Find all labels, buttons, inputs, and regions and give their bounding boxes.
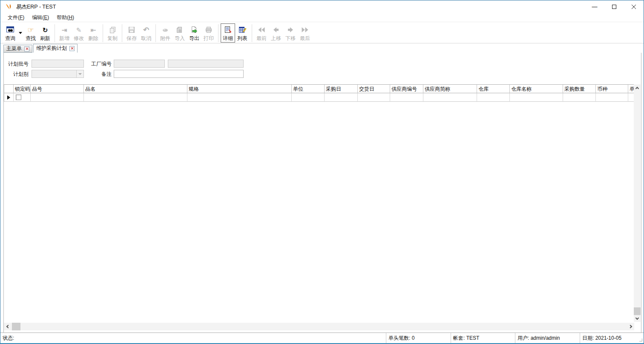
menu-edit[interactable]: 编辑(E) [28, 13, 53, 22]
query-dropdown-button[interactable] [17, 23, 23, 43]
save-button: 保存 [124, 23, 139, 43]
chevron-right-icon [628, 325, 632, 328]
column-header[interactable]: 单位 [292, 85, 325, 93]
chevron-down-icon [78, 73, 82, 75]
column-header[interactable]: 供应商简称 [423, 85, 477, 93]
undo-icon: ↶ [143, 27, 149, 33]
move-first-button: 最前 [254, 23, 269, 43]
grid-cell [325, 93, 358, 102]
column-header[interactable]: 品号 [31, 85, 84, 93]
lock-code-cell [14, 93, 31, 102]
maximize-button[interactable] [604, 0, 624, 13]
print-button: 打印 [201, 23, 216, 43]
list-button[interactable]: 列表 [235, 23, 250, 43]
chevron-down-icon [635, 316, 639, 319]
horizontal-scrollbar[interactable] [4, 323, 634, 330]
menu-help[interactable]: 帮助(H) [53, 13, 78, 22]
column-header[interactable]: 仓库名称 [510, 85, 563, 93]
tab-maintain-purchase-plan[interactable]: 维护采购计划 [33, 44, 78, 53]
window-title: 易杰ERP - TEST [16, 3, 56, 11]
chevron-left-icon [6, 325, 9, 328]
close-icon [26, 47, 29, 50]
menu-bar: 文件(F) 编辑(E) 帮助(H) [0, 13, 644, 22]
grid-cell [187, 93, 292, 102]
menu-file[interactable]: 文件(F) [4, 13, 28, 22]
refresh-icon: ↻ [43, 27, 48, 33]
select-dropdown-button [76, 70, 83, 77]
grid-header-row: 锁定码 品号 品名 规格 单位 采购日 交货日 供应商编号 供应商简称 仓库 仓… [4, 85, 635, 93]
column-header[interactable]: 采购数量 [563, 85, 596, 93]
scroll-down-button[interactable] [634, 315, 641, 322]
vertical-scroll-thumb[interactable] [634, 307, 641, 315]
minimize-button[interactable]: — [585, 0, 604, 13]
export-button[interactable]: 导出 [187, 23, 201, 43]
close-icon [71, 47, 74, 50]
find-button[interactable]: ☞ 查找 [23, 23, 38, 43]
export-icon [190, 26, 198, 34]
lock-code-checkbox[interactable] [16, 95, 21, 100]
add-icon: ⇥ [62, 27, 67, 33]
column-header[interactable]: 锁定码 [14, 85, 31, 93]
column-header[interactable]: 规格 [187, 85, 292, 93]
plan-type-label: 计划别 [8, 70, 29, 78]
grid-empty-row[interactable] [4, 93, 635, 102]
data-grid: 锁定码 品号 品名 规格 单位 采购日 交货日 供应商编号 供应商简称 仓库 仓… [4, 84, 635, 102]
close-button[interactable] [624, 0, 644, 13]
factory-no-label: 工厂编号 [88, 60, 112, 68]
move-last-button: 最后 [298, 23, 312, 43]
scroll-left-button[interactable] [4, 323, 11, 330]
detail-button[interactable]: 详细 [221, 23, 235, 43]
tab-close-button[interactable] [69, 46, 75, 51]
arrow-right-icon [287, 27, 294, 33]
delete-button: ⇤ 删除 [86, 23, 101, 43]
grid-cell [423, 93, 477, 102]
tab-main-menu[interactable]: 主菜单 [3, 45, 32, 53]
grid-cell [31, 93, 84, 102]
first-icon [258, 27, 265, 33]
edit-button: ✎ 修改 [72, 23, 86, 43]
last-icon [301, 27, 309, 33]
find-hand-icon: ☞ [27, 27, 34, 33]
chevron-down-icon [19, 32, 22, 34]
row-selector-cell [4, 93, 14, 102]
column-header[interactable]: 供应商编号 [390, 85, 423, 93]
header-count: 单头笔数: 0 [386, 333, 451, 343]
minimize-icon: — [592, 5, 598, 9]
copy-button: 复制 [105, 23, 120, 43]
maximize-icon [612, 5, 616, 9]
toolbar-separator [103, 24, 103, 42]
toolbar-separator [155, 24, 156, 42]
scroll-right-button[interactable] [627, 323, 634, 330]
resize-grip[interactable] [639, 338, 642, 341]
column-header[interactable]: 品名 [84, 85, 187, 93]
refresh-button[interactable]: ↻ 刷新 [38, 23, 52, 43]
grid-cell [292, 93, 325, 102]
column-header[interactable]: 交货日 [358, 85, 390, 93]
vertical-scrollbar[interactable] [634, 84, 641, 322]
query-icon [6, 26, 14, 34]
grid-cell [563, 93, 596, 102]
chevron-up-icon [635, 86, 639, 90]
row-selector-header [4, 85, 14, 93]
grid-cell [596, 93, 628, 102]
factory-name-input [168, 60, 244, 68]
current-user: 用户: admin/admin [515, 333, 580, 343]
column-header[interactable]: 采购日 [325, 85, 358, 93]
cancel-button: ↶ 取消 [139, 23, 153, 43]
import-icon [176, 26, 184, 34]
app-window: 易杰ERP - TEST — 文件(F) 编辑(E) 帮助(H) 查询 ☞ 查找 [0, 0, 644, 344]
detail-icon [224, 26, 232, 34]
app-logo-icon [5, 3, 12, 10]
scroll-up-button[interactable] [634, 84, 641, 91]
toolbar-separator [218, 24, 218, 42]
tab-close-button[interactable] [24, 46, 29, 52]
delete-icon: ⇤ [91, 27, 96, 33]
query-button[interactable]: 查询 [3, 23, 17, 43]
plan-batch-label: 计划批号 [8, 60, 29, 68]
column-header[interactable]: 币种 [596, 85, 628, 93]
attachment-button: 附件 [158, 23, 172, 43]
horizontal-scroll-thumb[interactable] [12, 323, 20, 330]
column-header[interactable]: 仓库 [477, 85, 510, 93]
remark-input[interactable] [114, 70, 244, 78]
title-bar: 易杰ERP - TEST — [0, 0, 644, 13]
